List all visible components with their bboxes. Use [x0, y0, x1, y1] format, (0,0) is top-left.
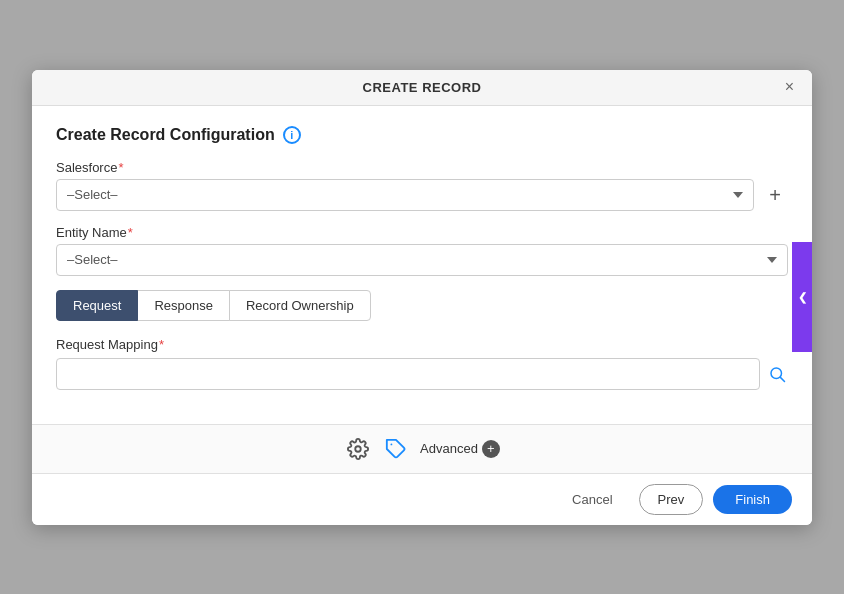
salesforce-field-group: Salesforce* –Select– +	[56, 160, 788, 211]
info-icon[interactable]: i	[283, 126, 301, 144]
app-data-arrow-icon: ❮	[792, 242, 812, 352]
entity-name-field-group: Entity Name* –Select–	[56, 225, 788, 276]
app-data-sidebar-tab[interactable]: ❮ App Data	[792, 242, 812, 352]
search-icon	[768, 365, 786, 383]
svg-point-2	[355, 446, 361, 452]
modal-header: CREATE RECORD ×	[32, 70, 812, 106]
create-record-modal: ❮ App Data CREATE RECORD × Create Record…	[32, 70, 812, 525]
gear-icon	[347, 438, 369, 460]
advanced-plus-button[interactable]: +	[482, 440, 500, 458]
svg-line-1	[780, 377, 784, 381]
tab-response[interactable]: Response	[137, 290, 230, 321]
modal-body: Create Record Configuration i Salesforce…	[32, 106, 812, 424]
puzzle-icon	[385, 438, 407, 460]
salesforce-select-wrapper: –Select– +	[56, 179, 788, 211]
request-mapping-input-wrapper	[56, 358, 788, 390]
gear-icon-container[interactable]	[344, 435, 372, 463]
close-button[interactable]: ×	[779, 77, 800, 97]
section-title-container: Create Record Configuration i	[56, 126, 788, 144]
salesforce-select[interactable]: –Select–	[56, 179, 754, 211]
prev-button[interactable]: Prev	[639, 484, 704, 515]
advanced-text: Advanced	[420, 441, 478, 456]
modal-title: CREATE RECORD	[363, 80, 482, 95]
advanced-footer: Advanced +	[32, 424, 812, 473]
tab-request[interactable]: Request	[56, 290, 138, 321]
search-icon-button[interactable]	[766, 365, 788, 383]
request-mapping-label: Request Mapping*	[56, 337, 788, 352]
tabs-container: Request Response Record Ownership	[56, 290, 788, 321]
salesforce-add-button[interactable]: +	[762, 182, 788, 208]
advanced-label-container: Advanced +	[420, 440, 500, 458]
request-mapping-input[interactable]	[56, 358, 760, 390]
salesforce-label: Salesforce*	[56, 160, 788, 175]
request-mapping-group: Request Mapping*	[56, 337, 788, 390]
cancel-button[interactable]: Cancel	[556, 485, 628, 514]
action-footer: Cancel Prev Finish	[32, 473, 812, 525]
puzzle-icon-container[interactable]	[382, 435, 410, 463]
finish-button[interactable]: Finish	[713, 485, 792, 514]
entity-name-label: Entity Name*	[56, 225, 788, 240]
entity-name-select-wrapper: –Select–	[56, 244, 788, 276]
tab-record-ownership[interactable]: Record Ownership	[229, 290, 371, 321]
section-title-text: Create Record Configuration	[56, 126, 275, 144]
entity-name-select[interactable]: –Select–	[56, 244, 788, 276]
